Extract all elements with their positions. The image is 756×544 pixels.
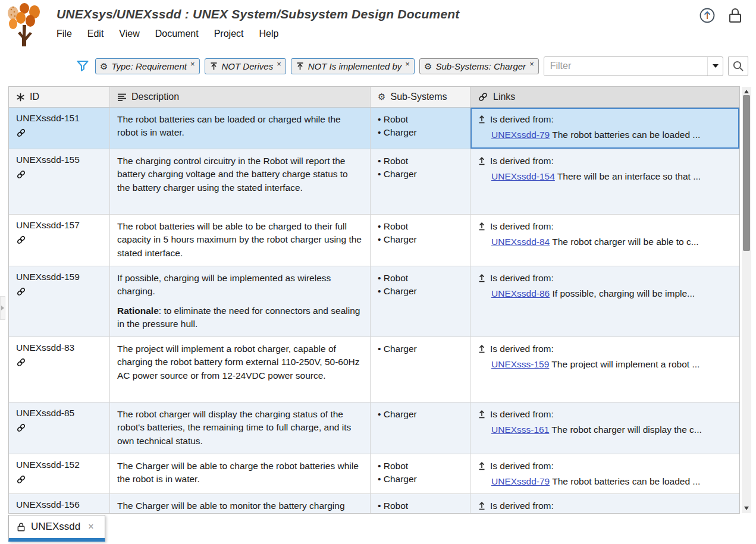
requirement-id: UNEXssdd-151 <box>16 113 80 123</box>
column-header-description[interactable]: Description <box>110 87 371 107</box>
filter-chip-type[interactable]: ⚙ Type: Requirement × <box>95 58 200 74</box>
menu-item-file[interactable]: File <box>57 29 72 39</box>
chip-close-icon[interactable]: × <box>529 59 534 68</box>
search-button[interactable] <box>728 56 748 76</box>
description-cell[interactable]: The Charger will be able to charge the r… <box>110 454 371 493</box>
filter-chip-subsystems[interactable]: ⚙ Sub-Systems: Charger × <box>419 58 539 74</box>
page-title: UNEXsys/UNEXssdd : UNEX System/Subsystem… <box>57 7 460 21</box>
subsystems-cell[interactable]: • Robot• Charger <box>371 215 470 266</box>
tab-label: UNEXssdd <box>31 521 80 533</box>
subsystems-cell[interactable]: • Robot• Charger <box>371 108 470 149</box>
table-row[interactable]: UNEXssdd-151 The robot batteries can be … <box>9 108 739 149</box>
subsystems-cell[interactable]: • Charger <box>371 337 470 402</box>
scrollbar-thumb[interactable] <box>743 95 750 251</box>
filter-dropdown-caret-icon[interactable] <box>707 57 723 76</box>
link-chain-icon <box>16 423 102 433</box>
scroll-up-icon[interactable] <box>744 90 749 93</box>
subsystem-item: • Robot <box>378 460 463 473</box>
requirement-id: UNEXssdd-155 <box>16 155 80 165</box>
subsystems-cell[interactable]: • Charger <box>371 403 470 454</box>
chip-close-icon[interactable]: × <box>277 59 281 68</box>
description-cell[interactable]: The robot batteries will be able to be c… <box>110 215 371 266</box>
description-paragraph: The robot charger will display the charg… <box>117 408 363 448</box>
table-row[interactable]: UNEXssdd-159 If possible, charging will … <box>9 266 739 337</box>
subsystems-cell[interactable]: • Robot• Charger <box>371 266 470 337</box>
link-type-label: Is derived from: <box>490 499 554 512</box>
id-cell[interactable]: UNEXssdd-156 <box>9 494 110 514</box>
id-cell[interactable]: UNEXssdd-151 <box>9 108 110 149</box>
subsystem-item: • Charger <box>378 126 463 139</box>
upload-circle-icon[interactable] <box>699 7 716 24</box>
id-cell[interactable]: UNEXssdd-155 <box>9 149 110 214</box>
table-row[interactable]: UNEXssdd-85 The robot charger will displ… <box>9 403 739 454</box>
requirement-id: UNEXssdd-152 <box>16 460 80 470</box>
links-cell[interactable]: Is derived from: UNEXssdd-79 The robot b… <box>470 454 739 493</box>
menu-item-help[interactable]: Help <box>259 29 278 39</box>
subsystems-cell[interactable]: • Robot• Charger <box>371 494 470 514</box>
linked-requirement-text: The project will implement a robot ... <box>549 359 699 369</box>
linked-requirement-link[interactable]: UNEXssdd-86 <box>491 288 550 298</box>
requirement-id: UNEXssdd-85 <box>16 408 74 418</box>
filter-chip-label: NOT Derives <box>222 61 274 71</box>
link-type-label: Is derived from: <box>490 342 554 356</box>
id-cell[interactable]: UNEXssdd-157 <box>9 215 110 266</box>
filter-chip-not-derives[interactable]: NOT Derives × <box>205 58 286 74</box>
id-cell[interactable]: UNEXssdd-85 <box>9 403 110 454</box>
link-chain-icon <box>16 128 102 138</box>
menu-item-project[interactable]: Project <box>214 29 244 39</box>
linked-requirement-link[interactable]: UNEXssdd-84 <box>491 237 550 247</box>
arrow-up-from-bar-icon <box>478 273 486 282</box>
subsystems-cell[interactable]: • Robot• Charger <box>371 149 470 214</box>
description-cell[interactable]: The robot batteries can be loaded or cha… <box>110 108 371 149</box>
table-row[interactable]: UNEXssdd-157 The robot batteries will be… <box>9 215 739 266</box>
column-header-id[interactable]: ID <box>9 87 110 107</box>
table-row[interactable]: UNEXssdd-83 The project will implement a… <box>9 337 739 403</box>
subsystems-cell[interactable]: • Robot• Charger <box>371 454 470 493</box>
chip-close-icon[interactable]: × <box>405 59 410 68</box>
sidebar-expand-handle[interactable] <box>0 296 5 320</box>
id-cell[interactable]: UNEXssdd-152 <box>9 454 110 493</box>
tab-close-icon[interactable]: × <box>88 521 93 532</box>
subsystem-item: • Charger <box>378 408 463 421</box>
description-cell[interactable]: The project will implement a robot charg… <box>110 337 371 402</box>
subsystem-item: • Charger <box>378 342 463 356</box>
linked-requirement-link[interactable]: UNEXsss-161 <box>491 424 549 435</box>
filter-chip-not-is-implemented-by[interactable]: NOT Is implemented by × <box>291 58 415 74</box>
link-chain-icon <box>16 357 102 367</box>
chip-close-icon[interactable]: × <box>190 59 195 68</box>
link-type-label: Is derived from: <box>490 112 554 126</box>
linked-requirement-link[interactable]: UNEXssdd-79 <box>491 130 550 140</box>
linked-requirement-link[interactable]: UNEXssdd-79 <box>491 476 550 486</box>
menu-item-document[interactable]: Document <box>155 29 199 39</box>
menu-item-edit[interactable]: Edit <box>87 29 104 39</box>
filter-input[interactable] <box>544 57 707 76</box>
menu-item-view[interactable]: View <box>119 29 139 39</box>
description-cell[interactable]: If possible, charging will be implemente… <box>110 266 371 337</box>
vertical-scrollbar[interactable] <box>742 87 751 513</box>
description-cell[interactable]: The Charger will be able to monitor the … <box>110 494 371 514</box>
linked-requirement-link[interactable]: UNEXsss-159 <box>491 359 549 369</box>
description-cell[interactable]: The charging control circuitry in the Ro… <box>110 149 371 214</box>
links-cell[interactable]: Is derived from: UNEXsss-161 The robot c… <box>470 403 739 454</box>
links-cell[interactable]: Is derived from: UNEXssdd-84 The robot c… <box>470 215 739 266</box>
links-cell[interactable]: Is derived from: UNEXssdd-79 The robot b… <box>470 108 739 149</box>
column-header-subsystems[interactable]: ⚙ Sub-Systems <box>371 87 470 107</box>
links-cell[interactable]: Is derived from: UNEXssdd-154 There will… <box>470 149 739 214</box>
linked-requirement-text: The robot batteries can be loaded ... <box>550 476 700 486</box>
links-cell[interactable]: Is derived from: UNEXssdd-154 There will… <box>470 494 739 514</box>
links-cell[interactable]: Is derived from: UNEXssdd-86 If possible… <box>470 266 739 337</box>
table-row[interactable]: UNEXssdd-152 The Charger will be able to… <box>9 454 739 494</box>
table-row[interactable]: UNEXssdd-156 The Charger will be able to… <box>9 494 739 514</box>
id-cell[interactable]: UNEXssdd-159 <box>9 266 110 337</box>
description-cell[interactable]: The robot charger will display the charg… <box>110 403 371 454</box>
table-row[interactable]: UNEXssdd-155 The charging control circui… <box>9 149 739 215</box>
tab-unexssdd[interactable]: UNEXssdd × <box>8 515 105 542</box>
subsystem-item: • Charger <box>378 168 463 181</box>
column-header-links[interactable]: Links <box>470 87 739 107</box>
linked-requirement-link[interactable]: UNEXssdd-154 <box>491 171 555 181</box>
id-cell[interactable]: UNEXssdd-83 <box>9 337 110 402</box>
link-chain-icon <box>16 287 102 297</box>
scroll-down-icon[interactable] <box>744 507 749 510</box>
lock-icon[interactable] <box>727 7 743 24</box>
links-cell[interactable]: Is derived from: UNEXsss-159 The project… <box>470 337 739 402</box>
